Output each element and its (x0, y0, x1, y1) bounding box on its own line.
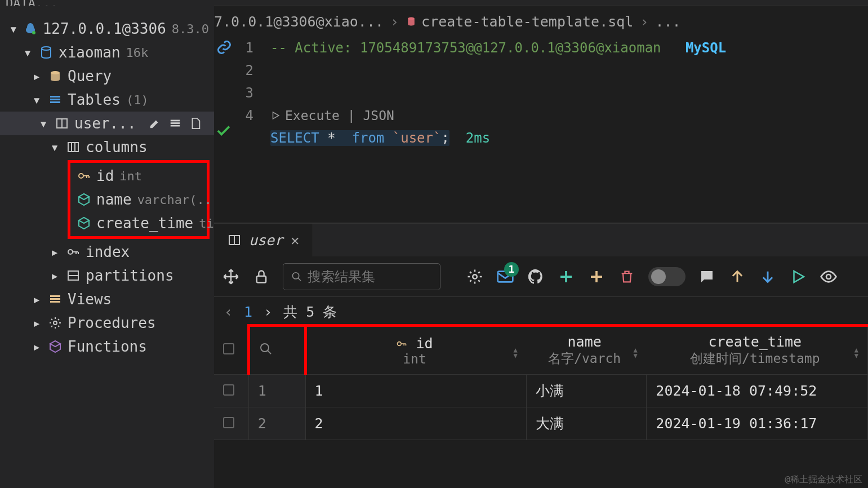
views-node[interactable]: ▸ Views (0, 287, 214, 311)
execution-time: 2ms (466, 130, 490, 146)
column-type: ti... (199, 216, 214, 230)
github-icon[interactable] (527, 268, 545, 286)
procedures-node[interactable]: ▸ Procedures (0, 311, 214, 335)
index-folder[interactable]: ▸ index (0, 240, 214, 264)
chevron-down-icon: ▾ (37, 117, 50, 130)
row-checkbox[interactable] (214, 375, 248, 407)
header-name[interactable]: name 名字/varch ▲▼ (527, 326, 647, 375)
columns-folder[interactable]: ▾ columns (0, 135, 214, 159)
chevron-down-icon: ▾ (9, 23, 18, 35)
header-create-time[interactable]: create_time 创建时间/timestamp ▲▼ (647, 326, 868, 375)
row-checkbox[interactable] (214, 407, 248, 440)
table-row[interactable]: 1 1 小满 2024-01-18 07:49:52 (214, 375, 868, 407)
chat-icon[interactable] (698, 268, 716, 286)
code-content[interactable]: -- Active: 1705489173753@@127.0.0.1@3306… (270, 37, 868, 149)
tables-count: (1) (126, 93, 149, 107)
pager-current[interactable]: 1 (244, 304, 252, 320)
results-tab-user[interactable]: user ✕ (214, 224, 313, 256)
add-row-icon[interactable] (557, 268, 575, 286)
query-node[interactable]: ▸ Query (0, 64, 214, 88)
move-icon[interactable] (222, 268, 240, 286)
sort-icon[interactable]: ▲▼ (634, 343, 638, 358)
toggle-switch[interactable] (648, 267, 686, 286)
settings-icon[interactable] (466, 268, 484, 286)
lock-icon[interactable] (252, 268, 270, 286)
breadcrumb-more[interactable]: ... (655, 14, 680, 30)
connection-host: 127.0.0.1@3306 (43, 20, 166, 37)
chevron-right-icon: › (390, 14, 399, 30)
codelens-execute[interactable]: Execute | JSON (270, 104, 868, 127)
chevron-down-icon: ▾ (48, 141, 61, 153)
editor-pane: 7.0.0.1@3306@xiao... › create-table-temp… (214, 6, 868, 488)
results-tab-label: user (249, 232, 283, 249)
breadcrumb-file[interactable]: create-table-template.sql (406, 14, 633, 30)
svg-rect-20 (50, 301, 60, 303)
cell-id[interactable]: 2 (305, 407, 527, 440)
eye-icon[interactable] (820, 268, 838, 286)
results-search-input[interactable] (308, 269, 432, 285)
tables-node[interactable]: ▾ Tables (1) (0, 88, 214, 112)
table-row[interactable]: 2 2 大满 2024-01-19 01:36:17 (214, 407, 868, 440)
cell-create-time[interactable]: 2024-01-19 01:36:17 (647, 407, 868, 440)
breadcrumb[interactable]: 7.0.0.1@3306@xiao... › create-table-temp… (214, 6, 868, 37)
query-icon (48, 69, 62, 83)
connection-node[interactable]: ▾ 127.0.0.1@3306 8.3.0 (0, 17, 214, 41)
search-column-header[interactable] (248, 326, 305, 375)
cell-name[interactable]: 大满 (527, 407, 647, 440)
svg-rect-19 (50, 298, 60, 300)
column-name: create_time (96, 215, 193, 232)
code-editor[interactable]: 1 2 3 4 -- Active: 1705489173753@@127.0.… (214, 37, 868, 149)
column-name: id (96, 167, 114, 184)
mail-icon[interactable]: 1 (496, 268, 514, 286)
functions-node[interactable]: ▸ Functions (0, 335, 214, 358)
gear-icon (48, 316, 62, 330)
breadcrumb-connection[interactable]: 7.0.0.1@3306@xiao... (214, 14, 384, 30)
results-toolbar: 1 (214, 256, 868, 297)
cell-id[interactable]: 1 (305, 375, 527, 407)
svg-rect-25 (257, 276, 266, 282)
partitions-folder[interactable]: ▸ partitions (0, 264, 214, 287)
new-file-icon[interactable] (189, 117, 202, 130)
svg-point-0 (32, 31, 35, 34)
results-search-box[interactable] (283, 263, 440, 290)
results-tab-bar: user ✕ (214, 224, 868, 256)
table-icon (55, 117, 69, 130)
database-icon (39, 46, 53, 59)
column-create-time[interactable]: create_time ti... (70, 211, 207, 235)
chevron-right-icon: ▸ (30, 340, 43, 353)
panel-title: DATA... (6, 0, 58, 6)
cell-create-time[interactable]: 2024-01-18 07:49:52 (647, 375, 868, 407)
add-column-icon[interactable] (587, 268, 606, 286)
tables-label: Tables (68, 91, 121, 108)
sort-icon[interactable]: ▲▼ (854, 343, 858, 358)
search-icon (291, 270, 302, 283)
top-toolbar: DATA... (0, 0, 868, 6)
key-icon (66, 245, 80, 259)
header-id[interactable]: id int ▲▼ (305, 326, 527, 375)
cell-name[interactable]: 小满 (527, 375, 647, 407)
pager-next-icon[interactable]: › (264, 304, 272, 320)
user-table-node[interactable]: ▾ user... (0, 112, 214, 135)
chevron-right-icon: ▸ (30, 317, 43, 329)
column-id[interactable]: id int (70, 164, 207, 188)
column-name: name (96, 191, 132, 208)
column-name[interactable]: name varchar(... (70, 188, 207, 211)
select-all-header[interactable] (214, 326, 248, 375)
export-up-icon[interactable] (728, 268, 746, 286)
svg-rect-8 (171, 120, 180, 122)
link-icon[interactable] (216, 39, 232, 59)
close-icon[interactable]: ✕ (291, 232, 299, 249)
svg-rect-5 (50, 101, 60, 103)
chevron-right-icon: ▸ (30, 70, 43, 82)
delete-icon[interactable] (618, 268, 636, 286)
svg-rect-9 (171, 122, 180, 124)
pager-prev-icon[interactable]: ‹ (224, 304, 233, 320)
sort-icon[interactable]: ▲▼ (513, 343, 517, 358)
rows-icon[interactable] (169, 117, 181, 130)
database-node[interactable]: ▾ xiaoman 16k (0, 41, 214, 64)
run-icon[interactable] (789, 268, 807, 286)
edit-icon[interactable] (149, 117, 161, 130)
svg-rect-3 (50, 96, 60, 97)
index-label: index (86, 243, 130, 260)
import-down-icon[interactable] (759, 268, 777, 286)
